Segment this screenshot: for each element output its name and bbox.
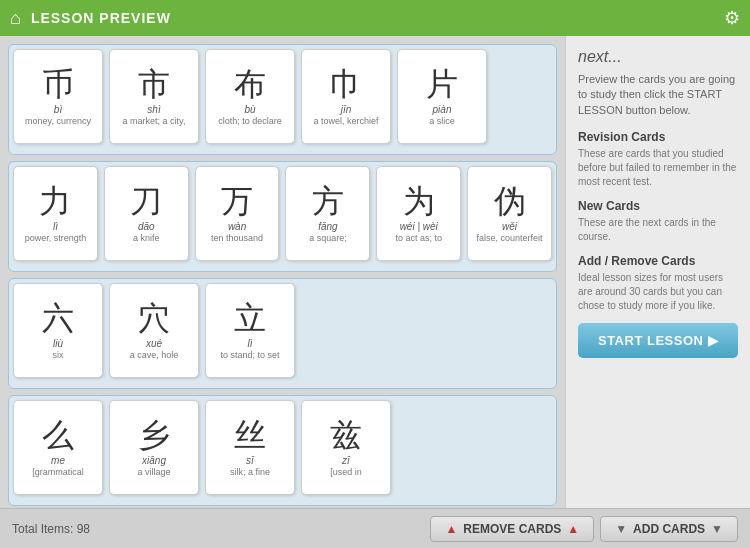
card-group-2: 六liùsix穴xuéa cave, hole立lìto stand; to s… xyxy=(8,278,557,389)
remove-arrow-right-icon: ▲ xyxy=(567,522,579,536)
card-0-2[interactable]: 布bùcloth; to declare xyxy=(205,49,295,144)
card-meaning: cloth; to declare xyxy=(218,116,282,127)
revision-cards-desc: These are cards that you studied before … xyxy=(578,147,738,189)
card-meaning: a square; xyxy=(309,233,347,244)
card-hanzi: 巾 xyxy=(330,67,362,102)
card-meaning: false, counterfeit xyxy=(477,233,543,244)
card-hanzi: 布 xyxy=(234,67,266,102)
revision-cards-title: Revision Cards xyxy=(578,130,738,144)
card-meaning: a towel, kerchief xyxy=(313,116,378,127)
card-pinyin: jīn xyxy=(341,104,352,115)
card-hanzi: 片 xyxy=(426,67,458,102)
card-hanzi: 兹 xyxy=(330,418,362,453)
card-pinyin: piàn xyxy=(433,104,452,115)
new-cards-desc: These are the next cards in the course. xyxy=(578,216,738,244)
remove-arrow-left-icon: ▲ xyxy=(445,522,457,536)
card-1-3[interactable]: 方fānga square; xyxy=(285,166,370,261)
card-pinyin: xué xyxy=(146,338,162,349)
card-hanzi: 力 xyxy=(39,184,71,219)
card-pinyin: sī xyxy=(246,455,254,466)
home-icon[interactable]: ⌂ xyxy=(10,8,21,29)
card-pinyin: bì xyxy=(54,104,62,115)
card-meaning: a cave, hole xyxy=(130,350,179,361)
next-title: next... xyxy=(578,48,738,66)
card-group-0: 币bìmoney, currency市shìa market; a city,布… xyxy=(8,44,557,155)
cards-area: 币bìmoney, currency市shìa market; a city,布… xyxy=(0,36,565,508)
card-0-3[interactable]: 巾jīna towel, kerchief xyxy=(301,49,391,144)
sidebar: next... Preview the cards you are going … xyxy=(565,36,750,508)
card-1-2[interactable]: 万wànten thousand xyxy=(195,166,280,261)
footer: Total Items: 98 ▲ REMOVE CARDS ▲ ▼ ADD C… xyxy=(0,508,750,548)
card-hanzi: 么 xyxy=(42,418,74,453)
add-cards-label: ADD CARDS xyxy=(633,522,705,536)
card-meaning: a knife xyxy=(133,233,160,244)
header: ⌂ LESSON PREVIEW ⚙ xyxy=(0,0,750,36)
card-pinyin: wéi | wèi xyxy=(400,221,438,232)
card-pinyin: lì xyxy=(248,338,253,349)
card-2-0[interactable]: 六liùsix xyxy=(13,283,103,378)
card-0-0[interactable]: 币bìmoney, currency xyxy=(13,49,103,144)
start-lesson-button[interactable]: START LESSON ▶ xyxy=(578,323,738,358)
card-3-2[interactable]: 丝sīsilk; a fine xyxy=(205,400,295,495)
card-pinyin: lì xyxy=(53,221,58,232)
card-hanzi: 方 xyxy=(312,184,344,219)
card-meaning: to act as; to xyxy=(395,233,442,244)
card-meaning: power, strength xyxy=(25,233,87,244)
card-hanzi: 为 xyxy=(403,184,435,219)
card-hanzi: 伪 xyxy=(494,184,526,219)
card-0-1[interactable]: 市shìa market; a city, xyxy=(109,49,199,144)
remove-cards-label: REMOVE CARDS xyxy=(463,522,561,536)
card-meaning: a market; a city, xyxy=(123,116,186,127)
card-hanzi: 市 xyxy=(138,67,170,102)
card-pinyin: bù xyxy=(244,104,255,115)
card-meaning: silk; a fine xyxy=(230,467,270,478)
card-meaning: [used in xyxy=(330,467,362,478)
card-pinyin: xiāng xyxy=(142,455,166,466)
add-arrow-left-icon: ▼ xyxy=(615,522,627,536)
card-pinyin: zī xyxy=(342,455,350,466)
card-group-1: 力lìpower, strength刀dāoa knife万wànten tho… xyxy=(8,161,557,272)
add-arrow-right-icon: ▼ xyxy=(711,522,723,536)
card-hanzi: 立 xyxy=(234,301,266,336)
card-1-5[interactable]: 伪wěifalse, counterfeit xyxy=(467,166,552,261)
card-meaning: to stand; to set xyxy=(220,350,279,361)
card-pinyin: me xyxy=(51,455,65,466)
card-pinyin: liù xyxy=(53,338,63,349)
card-meaning: a village xyxy=(137,467,170,478)
card-meaning: six xyxy=(53,350,64,361)
card-pinyin: wàn xyxy=(228,221,246,232)
card-group-3: 么me[grammatical乡xiānga village丝sīsilk; a… xyxy=(8,395,557,506)
page-title: LESSON PREVIEW xyxy=(31,10,714,26)
card-2-1[interactable]: 穴xuéa cave, hole xyxy=(109,283,199,378)
card-2-2[interactable]: 立lìto stand; to set xyxy=(205,283,295,378)
card-pinyin: dāo xyxy=(138,221,155,232)
card-hanzi: 六 xyxy=(42,301,74,336)
card-hanzi: 刀 xyxy=(130,184,162,219)
card-1-4[interactable]: 为wéi | wèito act as; to xyxy=(376,166,461,261)
card-1-1[interactable]: 刀dāoa knife xyxy=(104,166,189,261)
card-0-4[interactable]: 片piàna slice xyxy=(397,49,487,144)
card-meaning: a slice xyxy=(429,116,455,127)
card-pinyin: shì xyxy=(147,104,160,115)
main-area: 币bìmoney, currency市shìa market; a city,布… xyxy=(0,36,750,508)
add-cards-button[interactable]: ▼ ADD CARDS ▼ xyxy=(600,516,738,542)
new-cards-title: New Cards xyxy=(578,199,738,213)
card-meaning: ten thousand xyxy=(211,233,263,244)
addremove-cards-desc: Ideal lesson sizes for most users are ar… xyxy=(578,271,738,313)
card-meaning: money, currency xyxy=(25,116,91,127)
card-hanzi: 丝 xyxy=(234,418,266,453)
card-pinyin: wěi xyxy=(502,221,517,232)
gear-icon[interactable]: ⚙ xyxy=(724,7,740,29)
card-pinyin: fāng xyxy=(318,221,337,232)
card-3-0[interactable]: 么me[grammatical xyxy=(13,400,103,495)
card-3-1[interactable]: 乡xiānga village xyxy=(109,400,199,495)
total-items: Total Items: 98 xyxy=(12,522,430,536)
card-1-0[interactable]: 力lìpower, strength xyxy=(13,166,98,261)
addremove-cards-title: Add / Remove Cards xyxy=(578,254,738,268)
card-hanzi: 币 xyxy=(42,67,74,102)
card-hanzi: 乡 xyxy=(138,418,170,453)
remove-cards-button[interactable]: ▲ REMOVE CARDS ▲ xyxy=(430,516,594,542)
sidebar-description: Preview the cards you are going to study… xyxy=(578,72,738,118)
card-meaning: [grammatical xyxy=(32,467,84,478)
card-3-3[interactable]: 兹zī[used in xyxy=(301,400,391,495)
